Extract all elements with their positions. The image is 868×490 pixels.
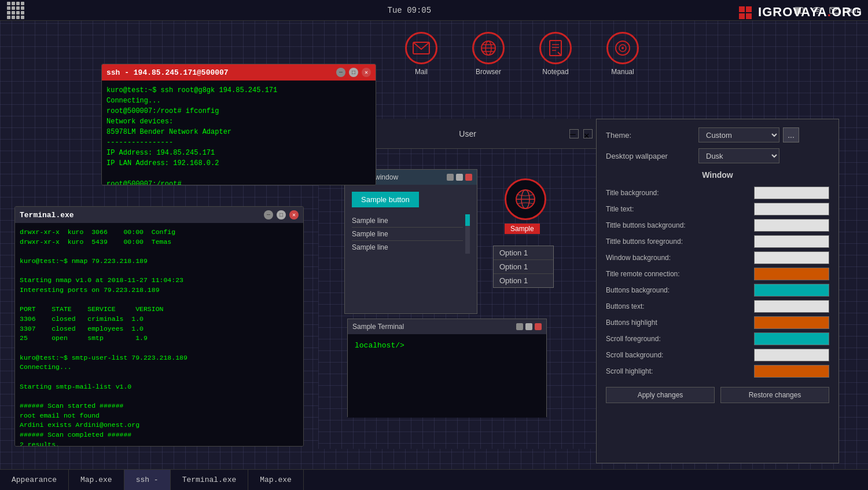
ssh-minimize-btn[interactable]: ─: [336, 68, 345, 77]
term-line: 3307 closed employees 1.0: [20, 324, 299, 334]
ssh-title: ssh - 194.85.245.171@500007: [106, 68, 229, 77]
term-line: drwxr-xr-x kuro 3066 00:00 Config: [20, 228, 299, 237]
btn-text-label: Buttons text:: [606, 302, 754, 310]
appearance-header-controls: ─ ✕: [569, 129, 593, 138]
title-text-swatch[interactable]: [754, 203, 829, 215]
appearance-close-btn[interactable]: ✕: [583, 129, 593, 138]
terminal-maximize-btn[interactable]: □: [277, 210, 286, 220]
option-item-3[interactable]: Option 1: [494, 274, 553, 287]
win-bg-label: Window background:: [606, 254, 754, 262]
win-bg-swatch[interactable]: [754, 251, 829, 264]
scroll-highlight-label: Scroll highlight:: [606, 367, 754, 375]
term-line: kuro@test:~$ smtp-user-list 79.223.218.1…: [20, 353, 299, 363]
sample-terminal-close[interactable]: [535, 323, 542, 330]
browser-icon-label: Browser: [476, 68, 501, 76]
ssh-line-2: Connecting...: [106, 96, 371, 106]
scroll-bg-swatch[interactable]: [754, 349, 829, 361]
sample-terminal-content: localhost/>: [348, 334, 546, 418]
svg-point-21: [621, 47, 624, 49]
globe-svg: [514, 188, 537, 211]
sample-lines-container: Sample line Sample line Sample line: [352, 214, 470, 254]
wallpaper-label: Desktop wallpaper: [606, 152, 698, 160]
ssh-window: ssh - 194.85.245.171@500007 ─ □ ✕ kuro@t…: [101, 64, 376, 185]
wallpaper-row: Desktop wallpaper Dusk Dark Custom: [606, 148, 829, 163]
grid-menu-icon[interactable]: [7, 2, 24, 19]
term-line: 25 open smtp 1.9: [20, 334, 299, 343]
term-line: Ardini exists Ardini@onest.org: [20, 420, 299, 430]
taskbar-item-terminal[interactable]: Terminal.exe: [171, 470, 249, 490]
taskbar-item-ssh[interactable]: ssh -: [124, 470, 171, 490]
terminal-minimize-btn[interactable]: ─: [264, 210, 273, 220]
desktop-icon-mail[interactable]: Mail: [405, 32, 437, 76]
title-btn-fg-label: Tittle buttons foreground:: [606, 237, 754, 246]
row-win-bg: Window background:: [606, 251, 829, 264]
terminal-title: Terminal.exe: [20, 211, 74, 220]
ssh-terminal-content: kuro@test:~$ ssh root@g8gk 194.85.245.17…: [102, 81, 376, 185]
taskbar: Appearance Map.exe ssh - Terminal.exe Ma…: [0, 469, 868, 490]
desktop: Tue 09:05 kuro IGROVAYA.ORG Mail Browser: [0, 0, 868, 490]
ssh-maximize-btn[interactable]: □: [349, 68, 358, 77]
term-line: [20, 247, 299, 257]
sample-line-3: Sample line: [352, 241, 463, 254]
sample-window-controls: [447, 174, 472, 181]
option-item-2[interactable]: Option 1: [494, 260, 553, 274]
appearance-minimize-btn[interactable]: ─: [569, 129, 579, 138]
desktop-icon-browser[interactable]: Browser: [472, 32, 505, 76]
svg-rect-7: [746, 13, 752, 19]
scrollbar-track: [465, 226, 470, 254]
term-line: Interesting ports on 79.223.218.189: [20, 286, 299, 295]
sample-minimize[interactable]: [447, 174, 454, 181]
sample-close[interactable]: [465, 174, 472, 181]
term-line: 2 results.: [20, 440, 299, 447]
taskbar-item-appearance[interactable]: Appearance: [0, 470, 69, 490]
scrollbar[interactable]: [465, 214, 470, 254]
sample-button[interactable]: Sample button: [352, 192, 419, 207]
ssh-close-btn[interactable]: ✕: [362, 68, 371, 77]
ssh-line-4: Network devices:: [106, 116, 371, 127]
sample-terminal-minimize[interactable]: [516, 323, 523, 330]
restore-changes-btn[interactable]: Restore changes: [720, 387, 829, 403]
manual-icon-label: Manual: [611, 68, 634, 76]
title-text-label: Title text:: [606, 205, 754, 213]
title-bg-swatch[interactable]: [754, 187, 829, 199]
term-line: root email not found: [20, 411, 299, 421]
ssh-titlebar: ssh - 194.85.245.171@500007 ─ □ ✕: [102, 64, 376, 81]
theme-dots-btn[interactable]: ...: [783, 127, 799, 142]
scroll-fg-swatch[interactable]: [754, 332, 829, 345]
ssh-line-9: [106, 169, 371, 179]
title-btn-fg-swatch[interactable]: [754, 235, 829, 248]
option-item-1[interactable]: Option 1: [494, 246, 553, 260]
row-title-text: Title text:: [606, 203, 829, 215]
ssh-line-6: ----------------: [106, 137, 371, 148]
terminal-close-btn[interactable]: ✕: [289, 210, 299, 220]
title-btn-bg-label: Tittle buttons background:: [606, 221, 754, 229]
svg-rect-4: [739, 6, 745, 12]
ssh-line-1: kuro@test:~$ ssh root@g8gk 194.85.245.17…: [106, 85, 371, 96]
desktop-icon-notepad[interactable]: Notepad: [539, 32, 572, 76]
mail-icon-label: Mail: [415, 68, 428, 76]
btn-bg-swatch[interactable]: [754, 284, 829, 297]
btn-text-swatch[interactable]: [754, 300, 829, 313]
ssh-line-7: IP Address: 194.85.245.171: [106, 148, 371, 158]
title-remote-swatch[interactable]: [754, 268, 829, 280]
terminal-content: drwxr-xr-x kuro 3066 00:00 Config drwxr-…: [15, 223, 303, 447]
term-line: Starting smtp-mail-list v1.0: [20, 382, 299, 392]
sample-terminal-maximize[interactable]: [525, 323, 532, 330]
sample-maximize[interactable]: [456, 174, 463, 181]
settings-content: Theme: Custom Dark Light ... Desktop wal…: [597, 119, 838, 411]
desktop-icons-row: Mail Browser Notepad Manual: [405, 32, 639, 76]
theme-select[interactable]: Custom Dark Light: [698, 127, 779, 142]
term-line: Connecting...: [20, 363, 299, 372]
title-btn-bg-swatch[interactable]: [754, 219, 829, 232]
sample-terminal-controls: [516, 323, 542, 330]
apply-changes-btn[interactable]: Apply changes: [606, 387, 715, 403]
taskbar-item-mapexe2[interactable]: Map.exe: [248, 470, 304, 490]
taskbar-item-mapexe1[interactable]: Map.exe: [69, 470, 124, 490]
topbar: Tue 09:05 kuro: [0, 0, 868, 21]
scrollbar-thumb: [465, 214, 470, 226]
taskbar-label-appearance: Appearance: [12, 476, 57, 484]
wallpaper-select[interactable]: Dusk Dark Custom: [698, 148, 779, 163]
scroll-highlight-swatch[interactable]: [754, 365, 829, 378]
desktop-icon-manual[interactable]: Manual: [606, 32, 639, 76]
btn-highlight-swatch[interactable]: [754, 316, 829, 329]
